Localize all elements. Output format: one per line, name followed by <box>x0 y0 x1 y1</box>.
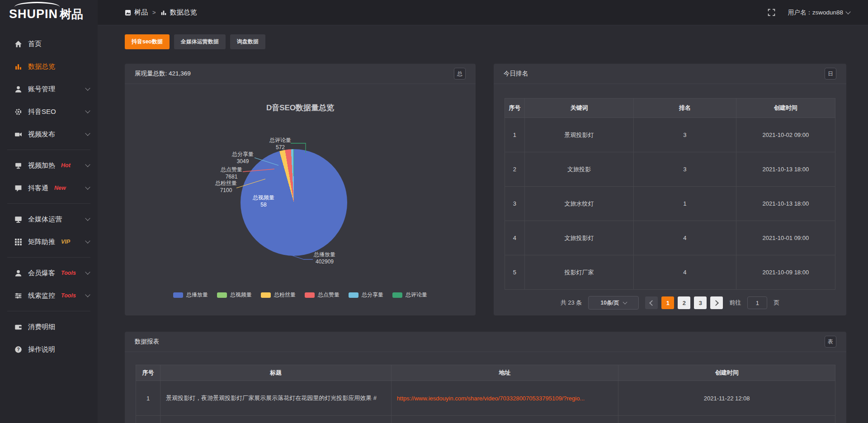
legend-swatch <box>173 292 183 298</box>
legend-swatch <box>392 292 402 298</box>
chevron-down-icon <box>85 238 90 243</box>
goto-label: 前往 <box>729 299 741 307</box>
sidebar-item-data-overview[interactable]: 数据总览 <box>0 55 98 78</box>
table-badge-button[interactable]: 表 <box>825 336 836 348</box>
table-row: 2文旅投影32021-10-13 18:00 <box>505 152 835 187</box>
legend-item[interactable]: 总粉丝量 <box>261 291 296 299</box>
pie-label-likes: 总点赞量7681 <box>207 166 256 180</box>
legend-item[interactable]: 总播放量 <box>173 291 208 299</box>
legend-swatch <box>349 292 359 298</box>
table-row: 1 景观投影灯，夜游景观投影灯厂家展示展示落花灯在花园里的灯光投影应用效果 # … <box>136 381 835 416</box>
sidebar-item-label: 矩阵助推 <box>28 238 55 246</box>
chevron-down-icon <box>85 292 90 297</box>
sidebar-item-label: 操作说明 <box>28 345 55 354</box>
monitor-icon <box>14 216 22 223</box>
logo[interactable]: SHUPIN树品 <box>0 0 98 27</box>
col-keyword: 关键词 <box>524 99 633 118</box>
sidebar-item-video-heat[interactable]: 视频加热 Hot <box>0 154 98 177</box>
chart-legend: 总播放量总视频量总粉丝量总点赞量总分享量总评论量 <box>125 291 476 299</box>
home-icon <box>14 40 22 48</box>
goto-page-input[interactable] <box>747 296 767 309</box>
sidebar-item-home[interactable]: 首页 <box>0 33 98 55</box>
pie-label-shares: 总分享量3049 <box>218 150 268 165</box>
vip-badge: VIP <box>61 239 70 245</box>
created-time-cell: 2021-11-22 12:08 <box>618 381 835 416</box>
legend-label: 总粉丝量 <box>274 291 296 299</box>
svg-text:?: ? <box>17 347 19 352</box>
col-created: 创建时间 <box>736 99 835 118</box>
sidebar-item-label: 全媒体运营 <box>28 215 62 224</box>
topbar: 树品 > 数据总览 用户名：zswodun88 <box>98 0 868 25</box>
page-button-2[interactable]: 2 <box>678 296 690 309</box>
day-badge-button[interactable]: 日 <box>825 68 836 80</box>
chevron-down-icon <box>85 131 90 136</box>
sidebar-item-clue-monitor[interactable]: 线索监控 Tools <box>0 284 98 307</box>
legend-item[interactable]: 总视频量 <box>217 291 252 299</box>
data-report-panel: 数据报表 表 序号 标题 地址 创建时间 1 景观投影灯，夜游景观投影灯厂家展示… <box>125 332 846 423</box>
tab-douyin-seo-data[interactable]: 抖音seo数据 <box>125 34 170 49</box>
sidebar-item-douyin-seo[interactable]: 抖音SEO <box>0 100 98 123</box>
pie-label-comments: 总评论量572 <box>255 136 305 151</box>
main-content: 抖音seo数据 全媒体运营数据 询盘数据 展现量总数: 421,369 总 D音… <box>98 25 868 423</box>
legend-label: 总播放量 <box>186 291 208 299</box>
sidebar-item-doukettong[interactable]: 抖客通 New <box>0 177 98 199</box>
page-buttons: 1 2 3 <box>645 296 723 309</box>
report-panel-title: 数据报表 <box>135 338 159 346</box>
table-row: 1景观投影灯32021-10-02 09:00 <box>505 118 835 152</box>
sidebar-nav: 首页 数据总览 账号管理 抖音SEO 视频发布 视频加热 Hot <box>0 33 98 361</box>
breadcrumb-item-shupin[interactable]: 树品 <box>125 8 148 17</box>
user-icon <box>14 85 22 93</box>
rank-panel-header: 今日排名 日 <box>494 64 846 84</box>
sliders-icon <box>14 292 22 300</box>
sidebar-item-member-baoke[interactable]: 会员爆客 Tools <box>0 262 98 284</box>
impressions-total-label: 展现量总数: 421,369 <box>135 70 191 78</box>
sidebar-item-matrix-boost[interactable]: 矩阵助推 VIP <box>0 230 98 253</box>
legend-item[interactable]: 总点赞量 <box>305 291 340 299</box>
video-url-link[interactable]: https://www.iesdouyin.com/share/video/70… <box>397 395 585 402</box>
new-badge: New <box>54 185 66 191</box>
legend-item[interactable]: 总评论量 <box>392 291 427 299</box>
chevron-down-icon <box>85 269 90 274</box>
breadcrumb: 树品 > 数据总览 <box>125 8 197 17</box>
page-size-select[interactable]: 10条/页 <box>588 296 639 310</box>
page-button-1[interactable]: 1 <box>661 296 674 309</box>
rank-table-header-row: 序号 关键词 排名 创建时间 <box>505 99 835 118</box>
breadcrumb-item-data-overview[interactable]: 数据总览 <box>160 8 197 17</box>
total-badge-button[interactable]: 总 <box>454 68 466 80</box>
legend-label: 总评论量 <box>406 291 427 299</box>
col-url: 地址 <box>391 365 618 381</box>
gear-icon <box>14 108 22 116</box>
legend-swatch <box>217 292 227 298</box>
data-tabs: 抖音seo数据 全媒体运营数据 询盘数据 <box>125 34 868 49</box>
legend-label: 总点赞量 <box>318 291 340 299</box>
grid-icon <box>14 238 22 246</box>
report-table-header-row: 序号 标题 地址 创建时间 <box>136 365 835 381</box>
chevron-left-icon <box>649 300 655 306</box>
tools-badge: Tools <box>61 292 76 299</box>
sidebar-item-consume-detail[interactable]: 消费明细 <box>0 315 98 338</box>
fullscreen-icon[interactable] <box>768 9 775 16</box>
col-index: 序号 <box>505 99 525 118</box>
bar-chart-icon <box>14 63 22 70</box>
legend-swatch <box>305 292 315 298</box>
table-row <box>136 416 835 423</box>
legend-item[interactable]: 总分享量 <box>349 291 383 299</box>
sidebar-item-omni-media[interactable]: 全媒体运营 <box>0 208 98 230</box>
page-button-3[interactable]: 3 <box>694 296 707 309</box>
tab-inquiry-data[interactable]: 询盘数据 <box>230 34 265 49</box>
next-page-button[interactable] <box>710 296 723 309</box>
logo-text-cn: 树品 <box>60 7 83 21</box>
video-title-cell: 景观投影灯，夜游景观投影灯厂家展示展示落花灯在花园里的灯光投影应用效果 # <box>160 381 392 416</box>
col-title: 标题 <box>160 365 392 381</box>
sidebar-item-video-publish[interactable]: 视频发布 <box>0 123 98 146</box>
sidebar-item-account-manage[interactable]: 账号管理 <box>0 78 98 100</box>
tab-omni-media-data[interactable]: 全媒体运营数据 <box>174 34 226 49</box>
sidebar-item-label: 抖客通 <box>28 184 48 193</box>
prev-page-button[interactable] <box>645 296 658 309</box>
pie-label-fans: 总粉丝量7100 <box>201 179 251 194</box>
user-menu[interactable]: 用户名：zswodun88 <box>788 9 850 17</box>
chat-bubble-icon <box>14 184 22 192</box>
table-row: 4文旅投影灯42021-10-01 09:00 <box>505 221 835 255</box>
sidebar-item-label: 消费明细 <box>28 323 55 331</box>
sidebar-item-help[interactable]: ? 操作说明 <box>0 338 98 361</box>
